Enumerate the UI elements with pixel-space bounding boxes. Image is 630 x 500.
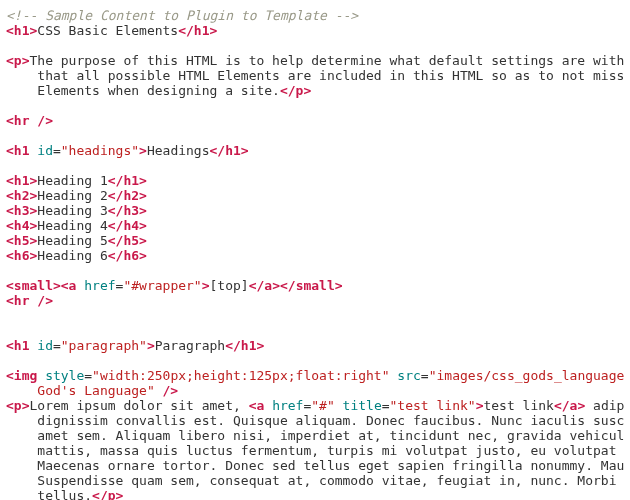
- text: amet sem. Aliquam libero nisi, imperdiet…: [6, 428, 624, 443]
- tag-close-h6: </h6>: [108, 248, 147, 263]
- text: Headings: [147, 143, 210, 158]
- tag-close-a: </a>: [554, 398, 585, 413]
- space: [155, 383, 163, 398]
- tag-close-bracket: >: [139, 143, 147, 158]
- attr-href: href: [84, 278, 115, 293]
- text: dignissim convallis est. Quisque aliquam…: [6, 413, 624, 428]
- tag-open-h4: <h4>: [6, 218, 37, 233]
- tag-open-h1: <h1: [6, 143, 29, 158]
- tag-close-small: </small>: [280, 278, 343, 293]
- text: Heading 4: [37, 218, 107, 233]
- equals: =: [84, 368, 92, 383]
- tag-selfclose: />: [163, 383, 179, 398]
- attr-value: "width:250px;height:125px;float:right": [92, 368, 389, 383]
- tag-open-h5: <h5>: [6, 233, 37, 248]
- attr-value: "#wrapper": [123, 278, 201, 293]
- comment-token: <!-- Sample Content to Plugin to Templat…: [6, 8, 358, 23]
- tag-open-p: <p>: [6, 398, 29, 413]
- tag-open-h6: <h6>: [6, 248, 37, 263]
- text: tellus.: [6, 488, 92, 500]
- attr-style: style: [45, 368, 84, 383]
- space: [37, 368, 45, 383]
- attr-id: id: [37, 143, 53, 158]
- tag-close-p: </p>: [92, 488, 123, 500]
- tag-close-bracket: >: [147, 338, 155, 353]
- tag-open-h1: <h1: [6, 338, 29, 353]
- attr-title: title: [343, 398, 382, 413]
- tag-close-h1: </h1>: [178, 23, 217, 38]
- tag-hr: <hr />: [6, 293, 53, 308]
- equals: =: [382, 398, 390, 413]
- tag-open-h1: <h1>: [6, 23, 37, 38]
- text: mattis, massa quis luctus fermentum, tur…: [6, 443, 624, 458]
- tag-open-img: <img: [6, 368, 37, 383]
- equals: =: [53, 338, 61, 353]
- text: Heading 1: [37, 173, 107, 188]
- text: Heading 6: [37, 248, 107, 263]
- attr-id: id: [37, 338, 53, 353]
- tag-close-h3: </h3>: [108, 203, 147, 218]
- tag-hr: <hr />: [6, 113, 53, 128]
- tag-open-a: <a: [61, 278, 77, 293]
- tag-open-small: <small>: [6, 278, 61, 293]
- text: test link: [483, 398, 553, 413]
- tag-open-h2: <h2>: [6, 188, 37, 203]
- tag-open-h1: <h1>: [6, 173, 37, 188]
- text: that all possible HTML Elements are incl…: [6, 68, 624, 83]
- tag-close-p: </p>: [280, 83, 311, 98]
- text: Heading 3: [37, 203, 107, 218]
- attr-value: "headings": [61, 143, 139, 158]
- attr-src: src: [397, 368, 420, 383]
- text: Heading 2: [37, 188, 107, 203]
- tag-close-h5: </h5>: [108, 233, 147, 248]
- text: Heading 5: [37, 233, 107, 248]
- tag-close-h2: </h2>: [108, 188, 147, 203]
- tag-close-h1: </h1>: [225, 338, 264, 353]
- attr-value: "#": [311, 398, 334, 413]
- equals: =: [53, 143, 61, 158]
- space: [264, 398, 272, 413]
- text: The purpose of this HTML is to help dete…: [29, 53, 624, 68]
- text: Lorem ipsum dolor sit amet,: [29, 398, 248, 413]
- space: [335, 398, 343, 413]
- attr-value: "test link": [390, 398, 476, 413]
- text: Paragraph: [155, 338, 225, 353]
- tag-close-h1: </h1>: [210, 143, 249, 158]
- equals: =: [421, 368, 429, 383]
- text: CSS Basic Elements: [37, 23, 178, 38]
- tag-close-bracket: >: [202, 278, 210, 293]
- tag-open-h3: <h3>: [6, 203, 37, 218]
- text: adip: [585, 398, 624, 413]
- text: [top]: [210, 278, 249, 293]
- attr-href: href: [272, 398, 303, 413]
- text: Suspendisse quam sem, consequat at, comm…: [6, 473, 624, 488]
- tag-close-h4: </h4>: [108, 218, 147, 233]
- attr-value: "paragraph": [61, 338, 147, 353]
- tag-close-a: </a>: [249, 278, 280, 293]
- attr-value-cont: God's Language": [6, 383, 155, 398]
- attr-value: "images/css_gods_language: [429, 368, 625, 383]
- tag-close-h1: </h1>: [108, 173, 147, 188]
- text: Elements when designing a site.: [6, 83, 280, 98]
- tag-open-a: <a: [249, 398, 265, 413]
- text: Maecenas ornare tortor. Donec sed tellus…: [6, 458, 624, 473]
- tag-open-p: <p>: [6, 53, 29, 68]
